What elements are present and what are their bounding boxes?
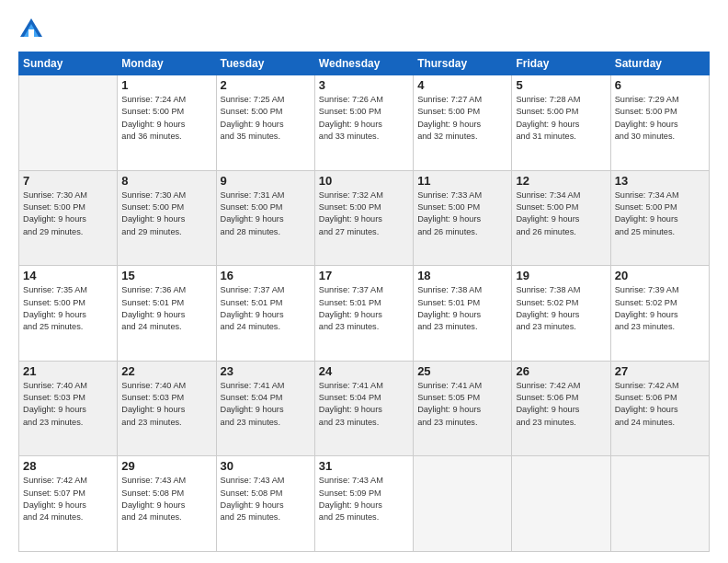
calendar-cell: 23Sunrise: 7:41 AMSunset: 5:04 PMDayligh… bbox=[216, 361, 314, 456]
day-info: Sunrise: 7:30 AMSunset: 5:00 PMDaylight:… bbox=[23, 190, 113, 238]
day-info: Sunrise: 7:41 AMSunset: 5:04 PMDaylight:… bbox=[221, 380, 311, 429]
col-header-friday: Friday bbox=[512, 52, 610, 75]
day-number: 14 bbox=[23, 269, 113, 282]
col-header-saturday: Saturday bbox=[610, 52, 709, 75]
day-number: 19 bbox=[516, 269, 606, 282]
day-number: 7 bbox=[23, 174, 113, 188]
day-number: 26 bbox=[516, 364, 606, 378]
day-info: Sunrise: 7:34 AMSunset: 5:00 PMDaylight:… bbox=[516, 190, 606, 238]
calendar-cell: 3Sunrise: 7:26 AMSunset: 5:00 PMDaylight… bbox=[314, 75, 413, 171]
day-number: 21 bbox=[23, 364, 113, 378]
day-number: 15 bbox=[121, 269, 211, 282]
calendar-cell: 7Sunrise: 7:30 AMSunset: 5:00 PMDaylight… bbox=[19, 170, 118, 266]
day-number: 4 bbox=[417, 78, 507, 92]
calendar-cell: 20Sunrise: 7:39 AMSunset: 5:02 PMDayligh… bbox=[610, 266, 709, 362]
day-info: Sunrise: 7:25 AMSunset: 5:00 PMDaylight:… bbox=[221, 94, 311, 143]
col-header-monday: Monday bbox=[118, 52, 216, 75]
calendar-cell: 8Sunrise: 7:30 AMSunset: 5:00 PMDaylight… bbox=[118, 170, 216, 266]
calendar-week-row: 28Sunrise: 7:42 AMSunset: 5:07 PMDayligh… bbox=[19, 456, 710, 552]
day-info: Sunrise: 7:27 AMSunset: 5:00 PMDaylight:… bbox=[417, 94, 507, 143]
calendar-cell: 21Sunrise: 7:40 AMSunset: 5:03 PMDayligh… bbox=[19, 361, 118, 456]
day-info: Sunrise: 7:37 AMSunset: 5:01 PMDaylight:… bbox=[221, 284, 311, 333]
day-number: 1 bbox=[121, 78, 211, 92]
calendar-cell: 12Sunrise: 7:34 AMSunset: 5:00 PMDayligh… bbox=[512, 170, 610, 266]
calendar-cell: 14Sunrise: 7:35 AMSunset: 5:00 PMDayligh… bbox=[19, 266, 118, 362]
day-info: Sunrise: 7:33 AMSunset: 5:00 PMDaylight:… bbox=[417, 190, 507, 238]
calendar-cell: 17Sunrise: 7:37 AMSunset: 5:01 PMDayligh… bbox=[314, 266, 413, 362]
day-info: Sunrise: 7:31 AMSunset: 5:00 PMDaylight:… bbox=[221, 190, 311, 238]
day-info: Sunrise: 7:30 AMSunset: 5:00 PMDaylight:… bbox=[121, 190, 211, 238]
calendar-cell bbox=[610, 456, 709, 552]
day-number: 16 bbox=[221, 269, 311, 282]
col-header-thursday: Thursday bbox=[414, 52, 512, 75]
calendar-cell: 29Sunrise: 7:43 AMSunset: 5:08 PMDayligh… bbox=[118, 456, 216, 552]
day-number: 10 bbox=[319, 174, 409, 188]
calendar-cell: 10Sunrise: 7:32 AMSunset: 5:00 PMDayligh… bbox=[314, 170, 413, 266]
day-number: 29 bbox=[121, 459, 211, 473]
day-number: 17 bbox=[319, 269, 409, 282]
col-header-sunday: Sunday bbox=[19, 52, 118, 75]
calendar-cell: 5Sunrise: 7:28 AMSunset: 5:00 PMDaylight… bbox=[512, 75, 610, 171]
col-header-wednesday: Wednesday bbox=[314, 52, 413, 75]
day-info: Sunrise: 7:42 AMSunset: 5:06 PMDaylight:… bbox=[615, 380, 705, 429]
calendar-cell: 2Sunrise: 7:25 AMSunset: 5:00 PMDaylight… bbox=[216, 75, 314, 171]
calendar-cell: 28Sunrise: 7:42 AMSunset: 5:07 PMDayligh… bbox=[19, 456, 118, 552]
day-number: 2 bbox=[221, 78, 311, 92]
day-number: 23 bbox=[221, 364, 311, 378]
day-info: Sunrise: 7:41 AMSunset: 5:04 PMDaylight:… bbox=[319, 380, 409, 429]
logo-icon bbox=[18, 17, 44, 42]
calendar-cell: 4Sunrise: 7:27 AMSunset: 5:00 PMDaylight… bbox=[414, 75, 512, 171]
calendar-week-row: 14Sunrise: 7:35 AMSunset: 5:00 PMDayligh… bbox=[19, 266, 710, 362]
calendar-cell bbox=[19, 75, 118, 171]
day-info: Sunrise: 7:43 AMSunset: 5:08 PMDaylight:… bbox=[121, 475, 211, 523]
day-info: Sunrise: 7:28 AMSunset: 5:00 PMDaylight:… bbox=[516, 94, 606, 143]
calendar-cell bbox=[512, 456, 610, 552]
day-info: Sunrise: 7:42 AMSunset: 5:07 PMDaylight:… bbox=[23, 475, 113, 523]
day-info: Sunrise: 7:37 AMSunset: 5:01 PMDaylight:… bbox=[319, 284, 409, 333]
day-number: 5 bbox=[516, 78, 606, 92]
day-info: Sunrise: 7:38 AMSunset: 5:01 PMDaylight:… bbox=[417, 284, 507, 333]
calendar-cell: 9Sunrise: 7:31 AMSunset: 5:00 PMDaylight… bbox=[216, 170, 314, 266]
day-number: 27 bbox=[615, 364, 705, 378]
logo bbox=[18, 17, 48, 42]
day-number: 30 bbox=[221, 459, 311, 473]
day-info: Sunrise: 7:43 AMSunset: 5:08 PMDaylight:… bbox=[221, 475, 311, 523]
day-info: Sunrise: 7:41 AMSunset: 5:05 PMDaylight:… bbox=[417, 380, 507, 429]
day-info: Sunrise: 7:40 AMSunset: 5:03 PMDaylight:… bbox=[121, 380, 211, 429]
day-number: 24 bbox=[319, 364, 409, 378]
day-info: Sunrise: 7:29 AMSunset: 5:00 PMDaylight:… bbox=[615, 94, 705, 143]
day-info: Sunrise: 7:36 AMSunset: 5:01 PMDaylight:… bbox=[121, 284, 211, 333]
calendar-week-row: 7Sunrise: 7:30 AMSunset: 5:00 PMDaylight… bbox=[19, 170, 710, 266]
day-info: Sunrise: 7:43 AMSunset: 5:09 PMDaylight:… bbox=[319, 475, 409, 523]
header bbox=[18, 17, 710, 42]
calendar-cell: 13Sunrise: 7:34 AMSunset: 5:00 PMDayligh… bbox=[610, 170, 709, 266]
day-number: 20 bbox=[615, 269, 705, 282]
calendar-cell: 22Sunrise: 7:40 AMSunset: 5:03 PMDayligh… bbox=[118, 361, 216, 456]
calendar-week-row: 21Sunrise: 7:40 AMSunset: 5:03 PMDayligh… bbox=[19, 361, 710, 456]
calendar-cell: 26Sunrise: 7:42 AMSunset: 5:06 PMDayligh… bbox=[512, 361, 610, 456]
day-info: Sunrise: 7:24 AMSunset: 5:00 PMDaylight:… bbox=[121, 94, 211, 143]
day-number: 6 bbox=[615, 78, 705, 92]
day-number: 13 bbox=[615, 174, 705, 188]
day-number: 3 bbox=[319, 78, 409, 92]
day-info: Sunrise: 7:42 AMSunset: 5:06 PMDaylight:… bbox=[516, 380, 606, 429]
calendar-cell: 31Sunrise: 7:43 AMSunset: 5:09 PMDayligh… bbox=[314, 456, 413, 552]
day-info: Sunrise: 7:26 AMSunset: 5:00 PMDaylight:… bbox=[319, 94, 409, 143]
calendar-cell: 18Sunrise: 7:38 AMSunset: 5:01 PMDayligh… bbox=[414, 266, 512, 362]
day-number: 31 bbox=[319, 459, 409, 473]
calendar-header-row: SundayMondayTuesdayWednesdayThursdayFrid… bbox=[19, 52, 710, 75]
day-info: Sunrise: 7:38 AMSunset: 5:02 PMDaylight:… bbox=[516, 284, 606, 333]
calendar-cell: 15Sunrise: 7:36 AMSunset: 5:01 PMDayligh… bbox=[118, 266, 216, 362]
calendar-week-row: 1Sunrise: 7:24 AMSunset: 5:00 PMDaylight… bbox=[19, 75, 710, 171]
day-number: 22 bbox=[121, 364, 211, 378]
calendar-cell: 27Sunrise: 7:42 AMSunset: 5:06 PMDayligh… bbox=[610, 361, 709, 456]
calendar-cell: 11Sunrise: 7:33 AMSunset: 5:00 PMDayligh… bbox=[414, 170, 512, 266]
col-header-tuesday: Tuesday bbox=[216, 52, 314, 75]
calendar-cell: 19Sunrise: 7:38 AMSunset: 5:02 PMDayligh… bbox=[512, 266, 610, 362]
day-number: 9 bbox=[221, 174, 311, 188]
day-info: Sunrise: 7:32 AMSunset: 5:00 PMDaylight:… bbox=[319, 190, 409, 238]
day-number: 8 bbox=[121, 174, 211, 188]
day-number: 28 bbox=[23, 459, 113, 473]
calendar-cell: 6Sunrise: 7:29 AMSunset: 5:00 PMDaylight… bbox=[610, 75, 709, 171]
calendar-cell bbox=[414, 456, 512, 552]
